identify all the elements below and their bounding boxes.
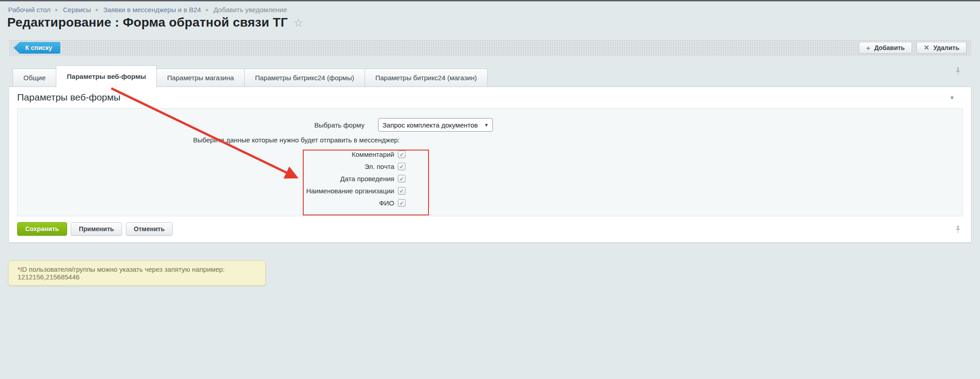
breadcrumb-link-messenger-requests[interactable]: Заявки в мессенджеры и в В24 <box>103 6 201 14</box>
form-area: Выбрать форму Запрос комплекта документо… <box>17 108 963 216</box>
delete-button[interactable]: ✕ Удалить <box>916 42 966 54</box>
section-title: Параметры веб-формы <box>17 92 120 103</box>
tab-bitrix24-shop[interactable]: Параметры битрикс24 (магазин) <box>365 68 488 87</box>
checkbox[interactable]: ✓ <box>398 175 406 183</box>
breadcrumb: Рабочий стол ▸ Сервисы ▸ Заявки в мессен… <box>8 6 287 14</box>
pin-icon[interactable] <box>955 226 961 234</box>
checkbox[interactable]: ✓ <box>398 151 406 158</box>
hint-text: Выберите данные которые нужно будет отпр… <box>18 136 400 144</box>
plus-icon: + <box>866 44 870 52</box>
checkbox-row-date: Дата проведения ✓ <box>18 173 962 185</box>
form-select-value: Запрос комплекта документов <box>383 121 478 129</box>
footer-buttons: Сохранить Применить Отменить <box>17 222 173 236</box>
checkbox-row-email: Эл. почта ✓ <box>18 160 962 173</box>
checkbox-label: Комментарий <box>18 151 394 158</box>
checkbox[interactable]: ✓ <box>398 163 406 170</box>
breadcrumb-link-services[interactable]: Сервисы <box>63 6 91 14</box>
checkbox[interactable]: ✓ <box>398 187 406 195</box>
tab-shop-params[interactable]: Параметры магазина <box>157 68 245 87</box>
add-button[interactable]: + Добавить <box>859 42 912 54</box>
save-button[interactable]: Сохранить <box>17 222 67 236</box>
check-icon: ✓ <box>399 200 404 206</box>
close-icon: ✕ <box>924 44 930 52</box>
tab-bar: Общие Параметры веб-формы Параметры мага… <box>13 65 488 87</box>
check-icon: ✓ <box>399 164 404 170</box>
apply-button[interactable]: Применить <box>71 222 122 236</box>
breadcrumb-link-desktop[interactable]: Рабочий стол <box>8 6 50 14</box>
tab-general[interactable]: Общие <box>13 68 56 87</box>
pin-icon[interactable] <box>955 68 961 76</box>
chevron-right-icon: ▸ <box>206 7 209 13</box>
checkbox-label: Наименование организации <box>18 187 394 195</box>
checkbox-row-comment: Комментарий ✓ <box>18 148 962 160</box>
cancel-button[interactable]: Отменить <box>126 222 173 236</box>
checkbox-label: ФИО <box>18 199 394 207</box>
checkbox-label: Эл. почта <box>18 163 394 170</box>
top-strip <box>0 0 980 1</box>
delete-button-label: Удалить <box>934 44 959 51</box>
tab-bitrix24-forms[interactable]: Параметры битрикс24 (формы) <box>245 68 365 87</box>
toolbar-right-group: + Добавить ✕ Удалить <box>859 42 966 54</box>
breadcrumb-current: Добавить уведомление <box>214 6 287 14</box>
check-icon: ✓ <box>399 176 404 182</box>
favorite-star-icon[interactable]: ☆ <box>293 17 303 28</box>
form-select[interactable]: Запрос комплекта документов ▼ <box>378 118 493 132</box>
collapse-chevron-icon[interactable]: ▼ <box>949 95 955 101</box>
select-form-label: Выбрать форму <box>18 121 378 129</box>
chevron-down-icon: ▼ <box>484 123 489 128</box>
check-icon: ✓ <box>399 151 404 158</box>
checkbox-row-organization: Наименование организации ✓ <box>18 185 962 197</box>
tab-webform-params[interactable]: Параметры веб-формы <box>56 65 157 87</box>
chevron-right-icon: ▸ <box>96 7 99 13</box>
back-to-list-button[interactable]: К списку <box>14 42 60 54</box>
content-panel: Параметры веб-формы ▼ Выбрать форму Запр… <box>9 87 971 242</box>
chevron-right-icon: ▸ <box>55 7 58 13</box>
check-icon: ✓ <box>399 188 404 194</box>
select-form-row: Выбрать форму Запрос комплекта документо… <box>18 118 962 132</box>
note-box: *ID пользователя/группы можно указать че… <box>8 260 266 286</box>
page-header: Редактирование : Форма обратной связи ТГ… <box>7 15 303 30</box>
toolbar: К списку + Добавить ✕ Удалить <box>9 40 971 56</box>
checkbox-list: Комментарий ✓ Эл. почта ✓ Дата проведени… <box>18 148 962 209</box>
note-text: ID пользователя/группы можно указать чер… <box>18 265 225 281</box>
checkbox-label: Дата проведения <box>18 175 394 183</box>
checkbox-row-fio: ФИО ✓ <box>18 197 962 209</box>
checkbox[interactable]: ✓ <box>398 199 406 207</box>
add-button-label: Добавить <box>874 44 905 51</box>
page-title: Редактирование : Форма обратной связи ТГ <box>7 15 288 30</box>
